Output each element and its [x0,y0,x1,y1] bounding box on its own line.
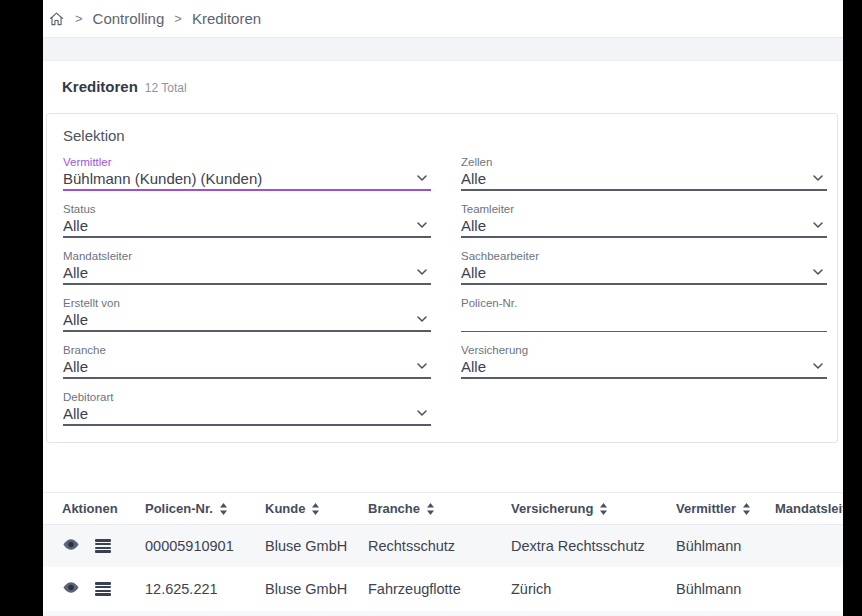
filter-debitorart-label: Debitorart [63,390,431,404]
chevron-down-icon [812,362,824,370]
filter-status[interactable]: Status Alle [63,202,431,238]
row-menu-button[interactable] [95,582,111,595]
chevron-down-icon [416,409,428,417]
cell-policen-nr: 00005910901 [145,538,265,554]
table-row: 00005910901 Bluse GmbH Rechtsschutz Dext… [43,525,862,567]
breadcrumb-bar: > Controlling > Kreditoren [43,0,862,37]
selection-panel-title: Selektion [63,127,825,144]
column-header-label: Kunde [265,501,305,516]
cell-vermittler: Bühlmann [676,581,775,597]
column-header-label: Aktionen [62,501,118,516]
table-header-row: Aktionen Policen-Nr. Kunde Branche Versi… [43,493,862,525]
cell-versicherung: Dextra Rechtsschutz [511,538,676,554]
chevron-down-icon [416,174,428,182]
filter-status-label: Status [63,202,431,216]
chevron-down-icon [416,221,428,229]
eye-icon [62,581,80,597]
menu-icon [95,582,111,595]
cell-versicherung: Zürich [511,581,676,597]
row-menu-button[interactable] [95,539,111,552]
right-black-bar [843,0,862,616]
filter-erstellt-von-value: Alle [63,310,431,330]
sort-icon [311,503,320,515]
selection-panel: Selektion Vermittler Bühlmann (Kunden) (… [46,113,838,443]
filter-teamleiter[interactable]: Teamleiter Alle [461,202,827,238]
sort-icon [219,503,228,515]
row-actions [62,581,145,597]
menu-icon [95,539,111,552]
column-header-branche[interactable]: Branche [368,501,511,516]
chevron-down-icon [416,268,428,276]
total-count-badge: 12 Total [145,81,187,95]
column-header-label: Vermittler [676,501,736,516]
filter-status-value: Alle [63,216,431,236]
column-header-label: Policen-Nr. [145,501,213,516]
filter-teamleiter-label: Teamleiter [461,202,827,216]
chevron-down-icon [812,268,824,276]
cell-branche: Fahrzeugflotte [368,581,511,597]
eye-icon [62,538,80,554]
filter-teamleiter-value: Alle [461,216,827,236]
breadcrumb-separator: > [75,11,83,26]
filter-erstellt-von[interactable]: Erstellt von Alle [63,296,431,332]
column-header-label: Branche [368,501,420,516]
filter-vermittler-value: Bühlmann (Kunden) (Kunden) [63,169,431,189]
main-content: > Controlling > Kreditoren Kreditoren 12… [43,0,862,616]
filter-vermittler-label: Vermittler [63,155,431,169]
column-header-policen-nr[interactable]: Policen-Nr. [145,501,265,516]
sort-icon [742,503,751,515]
filter-branche-label: Branche [63,343,431,357]
page-title: Kreditoren [62,78,138,95]
left-black-bar [0,0,43,616]
view-button[interactable] [62,538,80,554]
filter-sachbearbeiter-value: Alle [461,263,827,283]
column-header-kunde[interactable]: Kunde [265,501,368,516]
filter-versicherung[interactable]: Versicherung Alle [461,343,827,379]
cell-branche: Rechtsschutz [368,538,511,554]
sort-icon [599,503,608,515]
filter-branche-value: Alle [63,357,431,377]
filter-debitorart-value: Alle [63,404,431,424]
chevron-down-icon [416,315,428,323]
breadcrumb: > Controlling > Kreditoren [48,10,261,27]
filter-zellen-label: Zellen [461,155,827,169]
column-header-vermittler[interactable]: Vermittler [676,501,775,516]
filter-mandatsleiter-label: Mandatsleiter [63,249,431,263]
chevron-down-icon [416,362,428,370]
table-row: 12.625.221 Bluse GmbH Fahrzeugflotte Zür… [43,567,862,611]
chevron-down-icon [812,221,824,229]
breadcrumb-item-kreditoren[interactable]: Kreditoren [192,10,261,27]
cell-kunde: Bluse GmbH [265,581,368,597]
column-header-versicherung[interactable]: Versicherung [511,501,676,516]
filter-policen-nr-label: Policen-Nr. [461,296,827,310]
toolbar-band [43,37,862,61]
filter-branche[interactable]: Branche Alle [63,343,431,379]
filter-policen-nr: Policen-Nr. [461,296,827,332]
kreditoren-table: Aktionen Policen-Nr. Kunde Branche Versi… [43,492,862,616]
filter-mandatsleiter-value: Alle [63,263,431,283]
filter-sachbearbeiter-label: Sachbearbeiter [461,249,827,263]
sort-icon [426,503,435,515]
filter-sachbearbeiter[interactable]: Sachbearbeiter Alle [461,249,827,285]
grid-spacer [461,390,827,426]
filter-versicherung-value: Alle [461,357,827,377]
table-row-partial [43,611,862,616]
chevron-down-icon [812,174,824,182]
cell-vermittler: Bühlmann [676,538,775,554]
row-actions [62,538,145,554]
cell-policen-nr: 12.625.221 [145,581,265,597]
column-header-aktionen: Aktionen [62,501,145,516]
page-heading: Kreditoren 12 Total [62,78,862,95]
view-button[interactable] [62,581,80,597]
filter-vermittler[interactable]: Vermittler Bühlmann (Kunden) (Kunden) [63,155,431,191]
filter-fields-grid: Vermittler Bühlmann (Kunden) (Kunden) Ze… [63,155,825,437]
filter-mandatsleiter[interactable]: Mandatsleiter Alle [63,249,431,285]
cell-kunde: Bluse GmbH [265,538,368,554]
policen-nr-input[interactable] [461,310,827,330]
filter-erstellt-von-label: Erstellt von [63,296,431,310]
filter-zellen[interactable]: Zellen Alle [461,155,827,191]
filter-debitorart[interactable]: Debitorart Alle [63,390,431,426]
breadcrumb-item-controlling[interactable]: Controlling [93,10,165,27]
home-icon[interactable] [48,11,65,27]
filter-versicherung-label: Versicherung [461,343,827,357]
